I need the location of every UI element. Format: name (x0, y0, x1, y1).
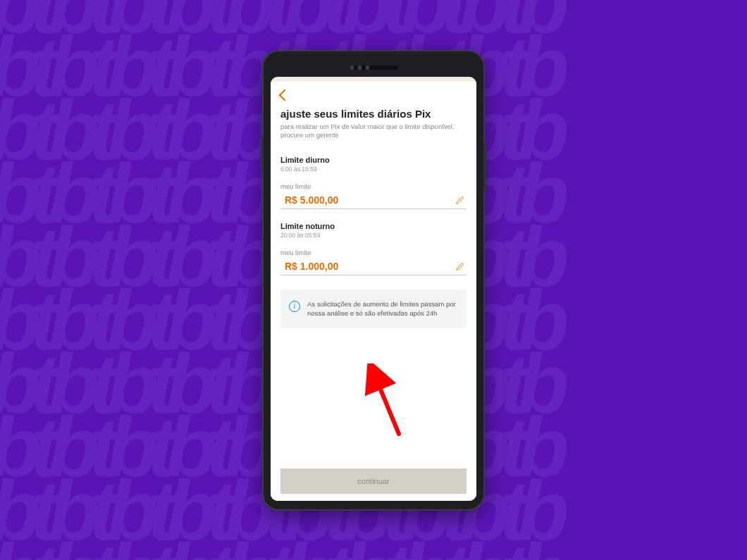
limit-day-timerange: 6:00 às 19:59 (280, 166, 467, 173)
phone-screen: ajuste seus limites diários Pix para rea… (271, 77, 476, 501)
info-icon: i (289, 301, 300, 312)
continue-button[interactable]: continuar (280, 468, 467, 494)
page-title: ajuste seus limites diários Pix (280, 108, 467, 120)
limit-day-field[interactable]: R$ 5.000,00 (280, 192, 467, 209)
notice-text: As solicitações de aumento de limites pa… (307, 299, 458, 318)
limit-night-field-label: meu limite (280, 249, 467, 256)
limit-day-field-label: meu limite (280, 182, 467, 190)
phone-frame: ajuste seus limites diários Pix para rea… (264, 51, 483, 509)
limit-night-value: R$ 1.000,00 (285, 261, 338, 272)
pencil-icon[interactable] (455, 195, 465, 205)
back-button[interactable] (279, 89, 291, 101)
page-subtitle: para realizar um Pix de valor maior que … (280, 123, 467, 141)
phone-notch (271, 58, 476, 77)
limit-night-timerange: 20:00 às 05:59 (280, 232, 467, 239)
limit-day-value: R$ 5.000,00 (285, 194, 338, 206)
pencil-icon[interactable] (455, 261, 465, 271)
app-content: ajuste seus limites diários Pix para rea… (271, 81, 476, 501)
notice-box: i As solicitações de aumento de limites … (280, 290, 467, 328)
limit-day-title: Limite diurno (280, 156, 467, 164)
limit-night-title: Limite noturno (280, 222, 467, 230)
limit-night-field[interactable]: R$ 1.000,00 (280, 258, 467, 275)
